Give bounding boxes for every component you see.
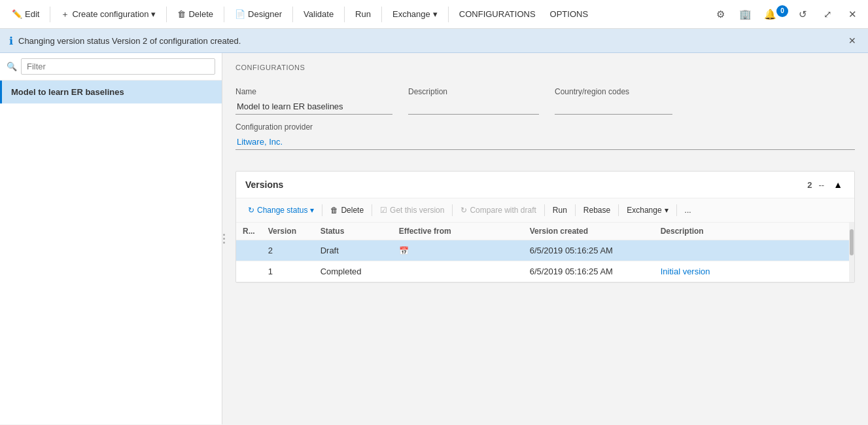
table-header-row: R... Version Status Effective from Versi… — [236, 223, 854, 240]
toolbar-separator-2 — [166, 7, 167, 22]
chevron-down-icon: ▾ — [151, 9, 156, 19]
options-nav-button[interactable]: OPTIONS — [544, 5, 595, 23]
maximize-icon-button[interactable]: ⤢ — [817, 4, 838, 25]
country-value — [555, 99, 672, 115]
create-configuration-button[interactable]: ＋ Create configuration ▾ — [54, 5, 162, 24]
versions-table: R... Version Status Effective from Versi… — [236, 223, 854, 282]
cell-version-created: 6/5/2019 05:16:25 AM — [523, 261, 654, 282]
rebase-button[interactable]: Rebase — [578, 202, 616, 218]
col-header-version: Version — [262, 223, 314, 240]
versions-exchange-chevron-icon: ▾ — [665, 206, 668, 215]
content-area: CONFIGURATIONS Name Model to learn ER ba… — [222, 53, 868, 424]
toolbar-separator-5 — [344, 7, 345, 22]
country-field: Country/region codes — [555, 87, 672, 115]
form-row-1: Name Model to learn ER baselines Descrip… — [235, 87, 855, 115]
versions-run-button[interactable]: Run — [547, 202, 572, 218]
settings-icon-button[interactable]: ⚙ — [710, 4, 731, 25]
compare-icon: ↻ — [460, 206, 467, 215]
compare-with-draft-button[interactable]: ↻ Compare with draft — [455, 202, 541, 218]
configurations-section-label: CONFIGURATIONS — [235, 64, 855, 71]
provider-label: Configuration provider — [235, 122, 855, 132]
col-header-version-created: Version created — [523, 223, 654, 240]
country-label: Country/region codes — [555, 87, 672, 96]
notification-close-button[interactable]: ✕ — [846, 34, 859, 47]
versions-header: Versions 2 -- ▲ — [236, 172, 854, 198]
scroll-track — [849, 223, 854, 282]
table-row[interactable]: 2Draft📅6/5/2019 05:16:25 AM — [236, 240, 854, 261]
table-row[interactable]: 1Completed6/5/2019 05:16:25 AMInitial ve… — [236, 261, 854, 282]
get-this-version-button[interactable]: ☑ Get this version — [375, 202, 449, 218]
cell-r — [236, 261, 262, 282]
exchange-button[interactable]: Exchange ▾ — [386, 5, 444, 23]
notification-badge: 0 — [776, 5, 788, 17]
refresh-icon-button[interactable]: ↺ — [792, 4, 813, 25]
provider-value[interactable]: Litware, Inc. — [235, 134, 855, 150]
designer-button[interactable]: 📄 Designer — [228, 5, 288, 23]
change-status-chevron-icon: ▾ — [310, 206, 314, 215]
versions-exchange-button[interactable]: Exchange ▾ — [621, 202, 673, 218]
vtb-sep-3 — [452, 204, 453, 216]
name-value: Model to learn ER baselines — [235, 99, 392, 115]
get-version-icon: ☑ — [380, 206, 387, 215]
col-header-description: Description — [654, 223, 854, 240]
cell-effective-from: 📅 — [392, 240, 523, 261]
versions-toolbar: ↻ Change status ▾ 🗑 Delete ☑ Get this ve… — [236, 198, 854, 223]
configuration-form: Name Model to learn ER baselines Descrip… — [235, 87, 855, 160]
more-options-button[interactable]: ... — [680, 202, 697, 218]
versions-title: Versions — [245, 179, 283, 190]
vtb-sep-7 — [676, 204, 677, 216]
office-icon-button[interactable]: 🏢 — [735, 4, 755, 25]
sidebar-resize-handle[interactable] — [221, 223, 226, 255]
vtb-sep-1 — [322, 204, 322, 216]
info-icon: ℹ — [9, 35, 13, 47]
validate-button[interactable]: Validate — [297, 5, 340, 23]
vtb-sep-6 — [618, 204, 619, 216]
provider-row: Configuration provider Litware, Inc. — [235, 122, 855, 150]
col-header-r: R... — [236, 223, 262, 240]
close-icon-button[interactable]: ✕ — [842, 4, 863, 25]
sidebar-item-model[interactable]: Model to learn ER baselines — [0, 81, 222, 103]
toolbar-right-icons: ⚙ 🏢 🔔 0 ↺ ⤢ ✕ — [710, 4, 863, 25]
col-header-status: Status — [314, 223, 392, 240]
configurations-nav-button[interactable]: CONFIGURATIONS — [453, 5, 542, 23]
main-layout: 🔍 Model to learn ER baselines CONFIGURAT… — [0, 53, 868, 424]
refresh-icon: ↻ — [248, 206, 254, 215]
versions-count: 2 — [807, 180, 812, 190]
main-toolbar: ✏️ Edit ＋ Create configuration ▾ 🗑 Delet… — [0, 0, 868, 29]
delete-versions-icon: 🗑 — [330, 206, 338, 215]
provider-field: Configuration provider Litware, Inc. — [235, 122, 855, 150]
toolbar-separator-6 — [381, 7, 382, 22]
toolbar-separator-7 — [448, 7, 449, 22]
edit-button[interactable]: ✏️ Edit — [5, 5, 46, 23]
run-button[interactable]: Run — [349, 5, 377, 23]
cell-version: 1 — [262, 261, 314, 282]
exchange-chevron-icon: ▾ — [433, 9, 438, 19]
description-value — [408, 99, 539, 115]
delete-button[interactable]: 🗑 Delete — [171, 5, 220, 23]
vtb-sep-4 — [544, 204, 545, 216]
notification-text: Changing version status Version 2 of con… — [18, 36, 841, 46]
toolbar-separator-3 — [224, 7, 224, 22]
versions-panel: Versions 2 -- ▲ ↻ Change status ▾ 🗑 Dele… — [235, 171, 855, 283]
cell-status: Completed — [314, 261, 392, 282]
scroll-thumb[interactable] — [850, 229, 854, 255]
cell-version: 2 — [262, 240, 314, 261]
vtb-sep-5 — [575, 204, 576, 216]
versions-dash: -- — [818, 180, 824, 190]
vtb-sep-2 — [372, 204, 372, 216]
versions-header-right: 2 -- ▲ — [807, 178, 845, 191]
delete-icon: 🗑 — [177, 9, 186, 19]
edit-icon: ✏️ — [12, 9, 22, 19]
filter-input[interactable] — [21, 58, 215, 75]
versions-table-container: R... Version Status Effective from Versi… — [236, 223, 854, 282]
name-field: Name Model to learn ER baselines — [235, 87, 392, 115]
plus-icon: ＋ — [61, 9, 69, 20]
calendar-icon[interactable]: 📅 — [399, 246, 409, 255]
sidebar-search-container: 🔍 — [0, 53, 222, 81]
change-status-button[interactable]: ↻ Change status ▾ — [243, 202, 319, 218]
designer-icon: 📄 — [235, 9, 245, 19]
versions-delete-button[interactable]: 🗑 Delete — [325, 202, 369, 218]
versions-collapse-button[interactable]: ▲ — [831, 178, 845, 191]
sidebar: 🔍 Model to learn ER baselines — [0, 53, 222, 424]
name-label: Name — [235, 87, 392, 96]
